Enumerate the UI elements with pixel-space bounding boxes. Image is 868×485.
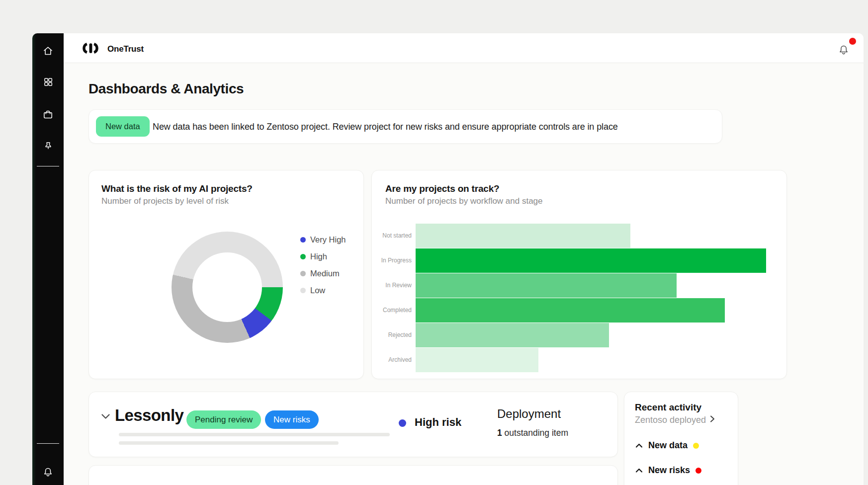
onetrust-logo-icon (79, 43, 102, 56)
collapse-toggle[interactable] (101, 413, 110, 422)
bar-label: Not started (372, 223, 412, 248)
bar-row: Not started (372, 223, 786, 248)
legend-dot (300, 254, 306, 259)
legend-item: High (300, 251, 346, 261)
content-area: OneTrust Dashboards & Analytics New data… (64, 33, 864, 485)
legend-item: Very High (300, 235, 346, 244)
bar (416, 224, 630, 248)
brand: OneTrust (79, 43, 144, 56)
recent-activity-card: Recent activity Zentoso deployed New dat… (624, 392, 738, 485)
legend-item: Medium (300, 268, 346, 278)
activity-row-new-risks[interactable]: New risks (635, 465, 701, 476)
screen: OneTrust Dashboards & Analytics New data… (0, 0, 868, 485)
home-icon (42, 45, 54, 57)
activity-label: New risks (648, 465, 690, 476)
legend-label: Low (310, 286, 325, 295)
sidebar-item-projects[interactable] (38, 104, 58, 124)
donut-legend: Very High High Medium Low (300, 235, 346, 302)
new-data-badge: New data (96, 116, 150, 137)
notification-badge (849, 38, 856, 45)
legend-item: Low (300, 285, 346, 295)
banner-message: New data has been linked to Zentoso proj… (153, 110, 618, 144)
project-name: Lessonly (115, 406, 183, 425)
zentoso-deployed-label: Zentoso deployed (635, 415, 706, 425)
bar (416, 248, 766, 273)
sidebar-divider-top (37, 166, 59, 166)
activity-row-new-data[interactable]: New data (635, 440, 699, 451)
bar-label: Rejected (372, 323, 412, 347)
yellow-status-dot (693, 443, 699, 449)
outstanding-items: 1 outstanding item (497, 428, 568, 438)
bar-row: Archived (372, 347, 786, 372)
zentoso-deployed-link[interactable]: Zentoso deployed (635, 415, 715, 425)
bar (416, 273, 677, 298)
skeleton-line (119, 433, 390, 436)
donut-ring (172, 232, 283, 343)
app-header: OneTrust (64, 33, 864, 63)
risk-level-dot (399, 419, 406, 427)
chevron-up-icon (635, 466, 643, 475)
sidebar (32, 33, 64, 485)
chart-title: What is the risk of my AI projects? (101, 183, 253, 194)
legend-dot (300, 237, 306, 242)
bar-label: Archived (372, 347, 412, 372)
bar-label: In Progress (372, 248, 412, 273)
chart-subtitle: Number of projects by workflow and stage (385, 196, 543, 206)
track-chart-card: Are my projects on track? Number of proj… (371, 170, 787, 379)
sidebar-item-apps[interactable] (38, 72, 58, 92)
bar-row: Completed (372, 298, 786, 323)
sidebar-item-pinned[interactable] (38, 136, 58, 156)
chart-subtitle: Number of projects by level of risk (101, 196, 229, 206)
status-badge-pending-review: Pending review (186, 410, 261, 429)
apps-grid-icon (43, 77, 54, 87)
stage-name: Deployment (497, 407, 561, 421)
brand-name: OneTrust (107, 44, 144, 54)
chevron-right-icon (710, 415, 715, 425)
pin-icon (43, 141, 54, 152)
outstanding-count: 1 (497, 428, 502, 438)
bar-label: In Review (372, 273, 412, 298)
bar-label: Completed (372, 298, 412, 323)
donut-hole (192, 252, 262, 322)
bar (416, 323, 609, 347)
recent-activity-title: Recent activity (635, 402, 701, 413)
legend-dot (300, 288, 306, 293)
page-title: Dashboards & Analytics (88, 81, 244, 97)
next-project-card (88, 465, 618, 485)
bar-row: In Review (372, 273, 786, 298)
skeleton-line (119, 441, 339, 445)
briefcase-icon (42, 109, 54, 120)
new-data-banner: New data New data has been linked to Zen… (88, 109, 722, 144)
bar-row: In Progress (372, 248, 786, 273)
sidebar-item-notifications[interactable] (38, 462, 58, 482)
risk-chart-card: What is the risk of my AI projects? Numb… (88, 170, 364, 379)
bar (416, 348, 538, 372)
notifications-button[interactable] (837, 41, 855, 57)
activity-label: New data (648, 440, 688, 451)
legend-label: High (310, 252, 327, 261)
sidebar-divider-bottom (37, 443, 59, 444)
legend-label: Very High (310, 235, 346, 244)
chevron-down-icon (101, 413, 110, 421)
bar-row: Rejected (372, 323, 786, 347)
red-status-dot (695, 468, 701, 474)
status-badge-new-risks: New risks (265, 410, 319, 429)
bell-icon (42, 467, 54, 478)
legend-label: Medium (310, 269, 340, 278)
risk-level-label: High risk (415, 416, 461, 429)
chevron-up-icon (635, 441, 643, 450)
chart-title: Are my projects on track? (385, 183, 499, 194)
legend-dot (300, 271, 306, 276)
bar (416, 298, 725, 323)
outstanding-text: outstanding item (502, 428, 568, 438)
sidebar-item-home[interactable] (38, 41, 58, 61)
project-card-lessonly: Lessonly Pending review New risks High r… (88, 392, 618, 457)
